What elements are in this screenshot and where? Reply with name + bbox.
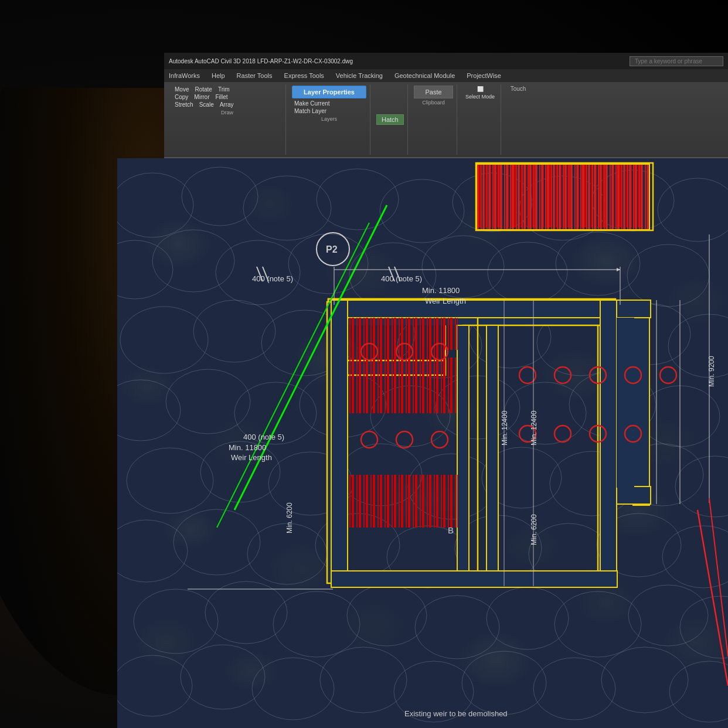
svg-point-60 xyxy=(554,591,641,657)
svg-point-9 xyxy=(117,240,173,299)
b-label: B xyxy=(448,525,454,535)
svg-point-17 xyxy=(627,244,709,307)
red-hatch-inner-bot xyxy=(348,475,458,528)
svg-point-36 xyxy=(127,448,213,513)
svg-point-8 xyxy=(658,178,728,241)
dim-text-400-1: 400 (note 5) xyxy=(252,274,293,283)
h-band-top xyxy=(331,300,617,318)
svg-point-64 xyxy=(181,645,265,709)
move-button[interactable]: Move xyxy=(172,86,191,93)
v-left xyxy=(331,300,348,587)
cad-drawing-area[interactable]: 400 (note 5) 400 (note 5) Min. 11800 Wei… xyxy=(117,158,728,728)
trim-button[interactable]: Trim xyxy=(216,86,232,93)
cad-canvas: 400 (note 5) 400 (note 5) Min. 11800 Wei… xyxy=(117,158,728,728)
make-current-button[interactable]: Make Current xyxy=(292,100,332,107)
svg-point-58 xyxy=(415,596,499,659)
v-inner-1 xyxy=(457,325,469,583)
svg-point-59 xyxy=(487,587,569,649)
circle-4 xyxy=(361,431,377,448)
h-band-bottom xyxy=(331,571,617,587)
draw-group-label: Draw xyxy=(172,108,282,115)
svg-point-56 xyxy=(273,591,360,657)
mid-red-hatch xyxy=(337,358,469,413)
svg-point-68 xyxy=(462,651,546,715)
ribbon-hatch-section: Hatch xyxy=(373,84,408,155)
menu-vehicle-tracking[interactable]: Vehicle Tracking xyxy=(334,72,385,79)
menu-geotechnical[interactable]: Geotechnical Module xyxy=(392,72,457,79)
select-mode-label: Select Mode xyxy=(465,94,495,100)
svg-point-53 xyxy=(662,526,728,588)
mirror-button[interactable]: Mirror xyxy=(192,93,212,101)
svg-point-3 xyxy=(317,169,399,230)
app-title: Autodesk AutoCAD Civil 3D 2018 LFD-ARP-Z… xyxy=(169,58,353,64)
ribbon-clipboard-section: Paste Clipboard xyxy=(410,84,457,155)
menu-infraworks[interactable]: InfraWorks xyxy=(166,72,202,79)
stretch-button[interactable]: Stretch xyxy=(172,101,196,108)
layer-properties-button[interactable]: Layer Properties xyxy=(292,86,366,98)
ribbon-panel: Move Rotate Trim Copy Mirror Fillet Stre… xyxy=(164,82,728,157)
search-input[interactable] xyxy=(630,56,723,66)
p2-label: P2 xyxy=(326,244,338,254)
dim-text-weir1: Weir Length xyxy=(425,297,466,305)
select-mode-button[interactable]: ⬜ Select Mode xyxy=(463,86,497,100)
far-right-bot xyxy=(617,487,651,504)
existing-weir-text: Existing weir to be demolished xyxy=(404,709,508,718)
menu-express-tools[interactable]: Express Tools xyxy=(282,72,326,79)
dim-text-min11800-1: Min. 11800 xyxy=(422,286,460,295)
red-line-1 xyxy=(698,510,728,686)
menu-help[interactable]: Help xyxy=(209,72,227,79)
far-right-top xyxy=(617,300,651,318)
touch-label: Touch xyxy=(511,86,526,92)
svg-point-63 xyxy=(117,655,192,716)
dim-text-400-2: 400 (note 5) xyxy=(381,274,422,283)
menu-raster-tools[interactable]: Raster Tools xyxy=(234,72,275,79)
layers-group-label: Layers xyxy=(292,115,366,122)
svg-point-11 xyxy=(216,240,300,305)
copy-button[interactable]: Copy xyxy=(172,93,190,101)
svg-point-70 xyxy=(601,647,688,713)
svg-point-12 xyxy=(288,234,368,294)
autocad-toolbar: Autodesk AutoCAD Civil 3D 2018 LFD-ARP-Z… xyxy=(164,53,728,158)
cad-svg-drawing: 400 (note 5) 400 (note 5) Min. 11800 Wei… xyxy=(117,158,728,728)
dim-v-6200-2: Min. 6200 xyxy=(285,502,294,533)
far-right-fill xyxy=(617,318,634,488)
menu-projectwise[interactable]: ProjectWise xyxy=(464,72,504,79)
ribbon-select-section: ⬜ Select Mode xyxy=(460,84,501,155)
circle-11 xyxy=(660,367,676,383)
paste-button[interactable]: Paste xyxy=(414,86,453,98)
svg-point-66 xyxy=(320,647,407,713)
title-bar: Autodesk AutoCAD Civil 3D 2018 LFD-ARP-Z… xyxy=(164,53,728,69)
svg-point-27 xyxy=(117,380,181,441)
circle-13 xyxy=(554,426,571,442)
dim-v-12400-1: Min. 12400 xyxy=(501,410,509,445)
svg-point-57 xyxy=(347,585,427,646)
svg-point-46 xyxy=(174,509,260,575)
circle-8 xyxy=(554,367,571,383)
svg-point-33 xyxy=(504,382,586,444)
svg-point-0 xyxy=(117,173,193,237)
dim-v-12400-2: Min. 12400 xyxy=(530,410,538,445)
scale-button[interactable]: Scale xyxy=(197,101,216,108)
far-right-col xyxy=(633,300,649,505)
hatch-button[interactable]: Hatch xyxy=(376,114,404,125)
dim-text-weir2: Weir Length xyxy=(231,453,272,462)
circle-6 xyxy=(431,431,448,448)
fillet-button[interactable]: Fillet xyxy=(213,93,230,101)
ribbon-draw-section: Move Rotate Trim Copy Mirror Fillet Stre… xyxy=(169,84,286,155)
match-layer-button[interactable]: Match Layer xyxy=(292,107,329,115)
top-right-hatch xyxy=(477,164,649,230)
svg-point-54 xyxy=(134,589,218,654)
dim-v-6200-1: Min. 6200 xyxy=(530,514,538,545)
select-mode-icon: ⬜ xyxy=(477,86,484,92)
svg-point-61 xyxy=(628,585,708,646)
circle-5 xyxy=(396,431,413,448)
menu-bar: InfraWorks Help Raster Tools Express Too… xyxy=(164,69,728,82)
dim-text-min11800-2: Min. 11800 xyxy=(229,443,266,452)
dim-v-9200: Min. 9200 xyxy=(707,356,716,387)
array-button[interactable]: Array xyxy=(217,101,236,108)
v-inner-2 xyxy=(487,325,498,583)
v-right-outer xyxy=(600,300,617,587)
rotate-button[interactable]: Rotate xyxy=(192,86,214,93)
svg-point-71 xyxy=(669,661,728,722)
dim-text-400-3: 400 (note 5) xyxy=(243,433,284,441)
